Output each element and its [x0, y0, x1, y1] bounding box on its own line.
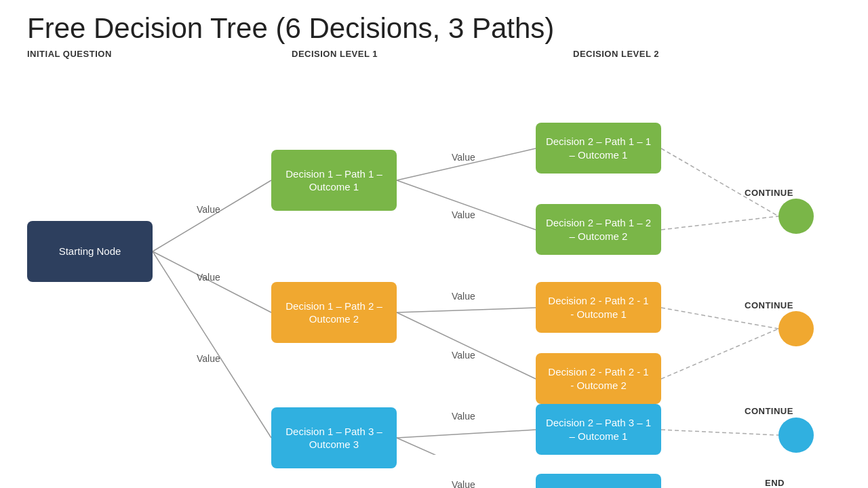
value-label-d1p2-d2p2-2: Value — [452, 350, 475, 361]
col-header-d2: DECISION LEVEL 2 — [573, 49, 722, 59]
value-label-d1p2-d2p2-1: Value — [452, 291, 475, 302]
svg-line-12 — [661, 329, 778, 379]
node-d1-p1: Decision 1 – Path 1 – Outcome 1 — [271, 150, 397, 211]
svg-line-6 — [397, 312, 536, 379]
outcome-circle-orange — [778, 311, 814, 346]
value-label-d1p1-d2p1-2: Value — [452, 209, 475, 220]
value-label-d1p3-d2p3-2: Value — [452, 479, 475, 488]
value-label-d1p3-d2p3-1: Value — [452, 411, 475, 422]
page-title: Free Decision Tree (6 Decisions, 3 Paths… — [0, 0, 868, 49]
node-start: Starting Node — [27, 221, 153, 282]
node-d1-p3: Decision 1 – Path 3 – Outcome 3 — [271, 407, 397, 468]
value-label-s-d1p1: Value — [197, 204, 220, 215]
diagram-area: Starting Node Decision 1 – Path 1 – Outc… — [0, 62, 868, 455]
value-label-s-d1p3: Value — [197, 353, 220, 364]
svg-line-8 — [397, 438, 536, 455]
col-header-d1: DECISION LEVEL 1 — [292, 49, 441, 59]
svg-line-0 — [153, 180, 271, 251]
node-d1-p2: Decision 1 – Path 2 – Outcome 2 — [271, 282, 397, 343]
svg-line-11 — [661, 308, 778, 329]
svg-line-13 — [661, 430, 778, 435]
column-headers: INITIAL QUESTION DECISION LEVEL 1 DECISI… — [0, 49, 868, 59]
node-d2-p3-2: Decision 2 – Path 3 – 2 – Outcome 2 — [536, 474, 661, 488]
outcome-label-continue1: CONTINUE — [745, 188, 793, 198]
outcome-circle-green — [778, 199, 814, 234]
col-header-initial: INITIAL QUESTION — [27, 49, 176, 59]
svg-line-9 — [661, 148, 778, 216]
outcome-label-continue2: CONTINUE — [745, 300, 793, 310]
svg-line-7 — [397, 430, 536, 438]
node-d2-p2-1: Decision 2 - Path 2 - 1 - Outcome 1 — [536, 282, 661, 333]
outcome-label-continue3: CONTINUE — [745, 406, 793, 416]
value-label-s-d1p2: Value — [197, 272, 220, 283]
outcome-label-end: END — [765, 478, 785, 488]
value-label-d1p1-d2p1-1: Value — [452, 152, 475, 163]
node-d2-p1-1: Decision 2 – Path 1 – 1 – Outcome 1 — [536, 123, 661, 174]
svg-line-4 — [397, 180, 536, 230]
node-d2-p2-2: Decision 2 - Path 2 - 1 - Outcome 2 — [536, 353, 661, 404]
node-d2-p3-1: Decision 2 – Path 3 – 1 – Outcome 1 — [536, 404, 661, 455]
svg-line-5 — [397, 308, 536, 312]
node-d2-p1-2: Decision 2 – Path 1 – 2 – Outcome 2 — [536, 204, 661, 255]
outcome-circle-blue — [778, 418, 814, 453]
svg-line-10 — [661, 216, 778, 230]
